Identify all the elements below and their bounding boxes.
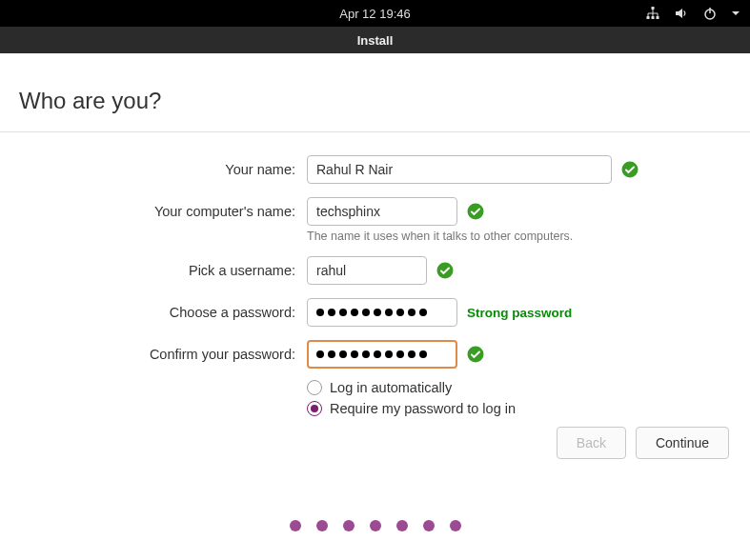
progress-dot bbox=[316, 520, 328, 531]
svg-rect-0 bbox=[652, 7, 655, 10]
power-icon[interactable] bbox=[702, 6, 718, 21]
svg-rect-3 bbox=[657, 16, 659, 19]
radio-login-auto[interactable]: Log in automatically bbox=[307, 380, 731, 395]
progress-dot bbox=[450, 520, 461, 531]
check-circle-icon bbox=[467, 346, 484, 363]
caret-down-icon[interactable] bbox=[731, 9, 740, 18]
label-your-name: Your name: bbox=[19, 162, 295, 177]
radio-label: Require my password to log in bbox=[330, 401, 516, 416]
login-options: Log in automatically Require my password… bbox=[307, 380, 731, 416]
svg-rect-2 bbox=[652, 16, 655, 19]
continue-button[interactable]: Continue bbox=[636, 427, 729, 459]
password-strength: Strong password bbox=[467, 306, 572, 320]
computer-name-hint: The name it uses when it talks to other … bbox=[307, 230, 731, 243]
window-title: Install bbox=[357, 33, 394, 48]
svg-rect-1 bbox=[647, 16, 650, 19]
network-icon[interactable] bbox=[645, 6, 660, 21]
radio-require-password[interactable]: Require my password to log in bbox=[307, 401, 731, 416]
label-confirm: Confirm your password: bbox=[19, 347, 295, 362]
check-circle-icon bbox=[436, 262, 454, 279]
label-computer-name: Your computer's name: bbox=[19, 204, 295, 219]
label-password: Choose a password: bbox=[19, 305, 295, 320]
computer-name-field[interactable] bbox=[307, 197, 457, 226]
radio-icon bbox=[307, 401, 322, 416]
page-title: Who are you? bbox=[19, 88, 731, 114]
your-name-field[interactable] bbox=[307, 155, 612, 184]
password-field[interactable] bbox=[307, 298, 457, 327]
window-titlebar: Install bbox=[0, 27, 750, 53]
radio-label: Log in automatically bbox=[330, 380, 452, 395]
user-form: Your name: Your computer's name: The nam… bbox=[19, 155, 731, 416]
progress-dots bbox=[0, 520, 750, 531]
system-tray bbox=[645, 0, 740, 27]
system-topbar: Apr 12 19:46 bbox=[0, 0, 750, 27]
radio-icon bbox=[307, 380, 322, 395]
progress-dot bbox=[370, 520, 381, 531]
progress-dot bbox=[423, 520, 435, 531]
installer-page: Who are you? Your name: Your computer's … bbox=[0, 53, 750, 416]
progress-dot bbox=[343, 520, 355, 531]
volume-icon[interactable] bbox=[674, 6, 689, 21]
back-button[interactable]: Back bbox=[557, 427, 626, 459]
label-username: Pick a username: bbox=[19, 263, 295, 278]
progress-dot bbox=[290, 520, 301, 531]
check-circle-icon bbox=[467, 203, 484, 220]
progress-dot bbox=[396, 520, 408, 531]
check-circle-icon bbox=[621, 161, 639, 178]
clock: Apr 12 19:46 bbox=[339, 7, 410, 21]
divider bbox=[0, 131, 750, 132]
footer-buttons: Back Continue bbox=[557, 427, 729, 459]
confirm-password-field[interactable] bbox=[307, 340, 457, 369]
username-field[interactable] bbox=[307, 256, 427, 285]
